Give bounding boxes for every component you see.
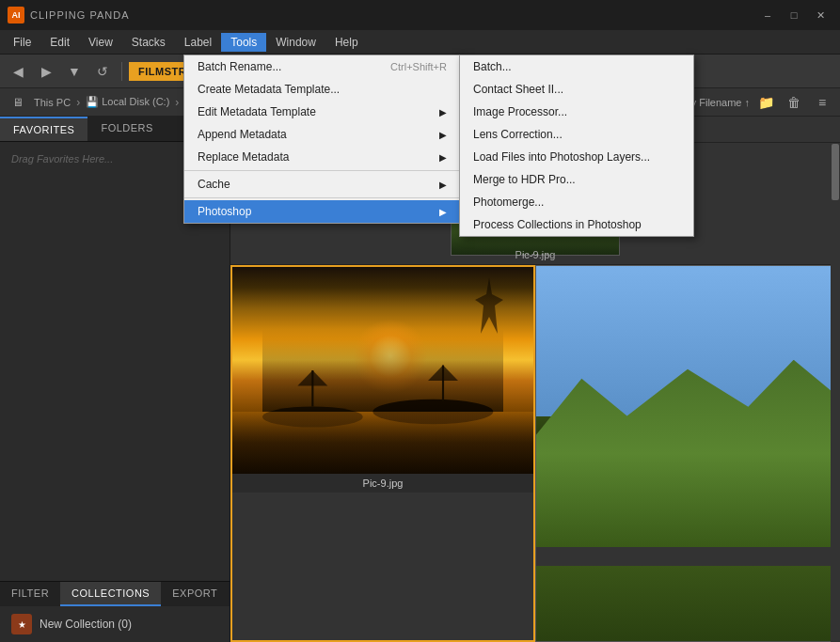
- menu-photoshop[interactable]: Photoshop ▶: [184, 200, 460, 223]
- menu-lens-correction[interactable]: Lens Correction...: [460, 123, 693, 146]
- dropdown-separator-2: [184, 197, 460, 198]
- tab-collections[interactable]: COLLECTIONS: [60, 582, 161, 606]
- photoshop-submenu: Batch... Contact Sheet II... Image Proce…: [459, 55, 694, 237]
- menu-tools[interactable]: Tools: [221, 33, 266, 52]
- menu-file[interactable]: File: [4, 33, 40, 52]
- bottom-tabs: FILTER COLLECTIONS EXPORT: [0, 581, 230, 606]
- disk-icon: 💾: [86, 96, 99, 107]
- close-button[interactable]: ✕: [808, 7, 832, 23]
- delete-button[interactable]: 🗑: [782, 90, 806, 115]
- scroll-track[interactable]: [831, 143, 840, 642]
- contact-sheet-label: Contact Sheet II...: [473, 83, 563, 96]
- tab-export[interactable]: EXPORT: [161, 582, 229, 606]
- home-button[interactable]: 🖥: [6, 90, 30, 115]
- append-meta-arrow: ▶: [439, 130, 447, 140]
- breadcrumb-arrow-1: ›: [74, 96, 82, 109]
- tab-filter[interactable]: FILTER: [0, 582, 60, 606]
- menu-label[interactable]: Label: [175, 33, 221, 52]
- menu-photomerge[interactable]: Photomerge...: [460, 191, 693, 213]
- menu-load-files[interactable]: Load Files into Photoshop Layers...: [460, 146, 693, 168]
- title-bar: AI CLIPPING PANDA – □ ✕: [0, 0, 840, 30]
- menu-process-collections[interactable]: Process Collections in Photoshop: [460, 213, 693, 236]
- tab-favorites[interactable]: FAVORITES: [0, 117, 87, 141]
- load-files-label: Load Files into Photoshop Layers...: [473, 150, 650, 164]
- batch-rename-shortcut: Ctrl+Shift+R: [390, 61, 447, 72]
- sort-direction: ↑: [745, 97, 751, 108]
- menu-cache[interactable]: Cache ▶: [184, 173, 460, 196]
- menu-contact-sheet[interactable]: Contact Sheet II...: [460, 78, 693, 101]
- breadcrumb-arrow-2: ›: [173, 96, 181, 109]
- drag-hint-text: Drag Favorites Here...: [11, 153, 113, 164]
- menu-batch[interactable]: Batch...: [460, 55, 693, 78]
- app-icon: AI: [8, 7, 24, 23]
- refresh-button[interactable]: ↺: [90, 59, 115, 84]
- batch-rename-label: Batch Rename...: [198, 60, 281, 73]
- breadcrumb-localdisk[interactable]: 💾 Local Disk (C:): [86, 96, 169, 108]
- more-button[interactable]: ≡: [810, 90, 834, 115]
- collection-new[interactable]: ★ New Collection (0): [0, 606, 230, 642]
- process-collections-label: Process Collections in Photoshop: [473, 218, 642, 231]
- photomerge-label: Photomerge...: [473, 196, 544, 209]
- cache-arrow: ▶: [439, 180, 447, 190]
- window-controls: – □ ✕: [755, 7, 832, 23]
- collection-icon: ★: [11, 614, 32, 634]
- menu-help[interactable]: Help: [325, 33, 368, 52]
- maximize-button[interactable]: □: [782, 7, 806, 23]
- lens-correction-label: Lens Correction...: [473, 128, 563, 141]
- menu-edit-metadata[interactable]: Edit Metadata Template ▶: [184, 101, 460, 123]
- menu-merge-hdr[interactable]: Merge to HDR Pro...: [460, 168, 693, 191]
- menu-edit[interactable]: Edit: [40, 33, 79, 52]
- menu-batch-rename[interactable]: Batch Rename... Ctrl+Shift+R: [184, 55, 460, 78]
- svg-marker-5: [428, 366, 458, 382]
- menu-bar: File Edit View Stacks Label Tools Window…: [0, 30, 840, 55]
- top-image-filename: Pic-9.jpg: [515, 249, 556, 260]
- photo-green-thumb: [536, 266, 839, 473]
- breadcrumb-thispc[interactable]: This PC: [34, 97, 71, 108]
- menu-view[interactable]: View: [79, 33, 122, 52]
- dropdown-separator-1: [184, 170, 460, 171]
- menu-create-metadata[interactable]: Create Metadata Template...: [184, 78, 460, 101]
- nav-dropdown[interactable]: ▼: [62, 59, 87, 84]
- replace-meta-arrow: ▶: [439, 152, 447, 163]
- folder-options-button[interactable]: 📁: [753, 90, 778, 115]
- menu-append-metadata[interactable]: Append Metadata ▶: [184, 123, 460, 146]
- tab-folders[interactable]: FOLDERS: [87, 117, 166, 141]
- batch-label: Batch...: [473, 60, 512, 73]
- menu-stacks[interactable]: Stacks: [122, 33, 175, 52]
- menu-window[interactable]: Window: [266, 33, 325, 52]
- photoshop-arrow: ▶: [439, 207, 447, 217]
- forward-button[interactable]: ▶: [34, 59, 58, 84]
- separator-1: [121, 62, 122, 81]
- photo-boat-thumb: [232, 267, 533, 474]
- menu-replace-metadata[interactable]: Replace Metadata ▶: [184, 146, 460, 168]
- minimize-button[interactable]: –: [755, 7, 780, 23]
- image-cell-1[interactable]: Pic-9.jpg: [230, 265, 535, 642]
- edit-meta-arrow: ▶: [439, 107, 447, 117]
- image-cell-2[interactable]: Pic-10.jpg: [535, 265, 840, 642]
- svg-marker-3: [297, 370, 327, 386]
- back-button[interactable]: ◀: [6, 59, 30, 84]
- scroll-thumb[interactable]: [832, 144, 839, 200]
- image-grid: Pic-9.jpg Pic-: [230, 265, 840, 642]
- collection-label: New Collection (0): [40, 618, 132, 631]
- tools-dropdown-menu: Batch Rename... Ctrl+Shift+R Create Meta…: [183, 55, 461, 224]
- merge-hdr-label: Merge to HDR Pro...: [473, 173, 576, 186]
- image-1-caption: Pic-9.jpg: [232, 474, 533, 493]
- image-processor-label: Image Processor...: [473, 105, 567, 118]
- app-title: CLIPPING PANDA: [30, 9, 750, 21]
- menu-image-processor[interactable]: Image Processor...: [460, 101, 693, 123]
